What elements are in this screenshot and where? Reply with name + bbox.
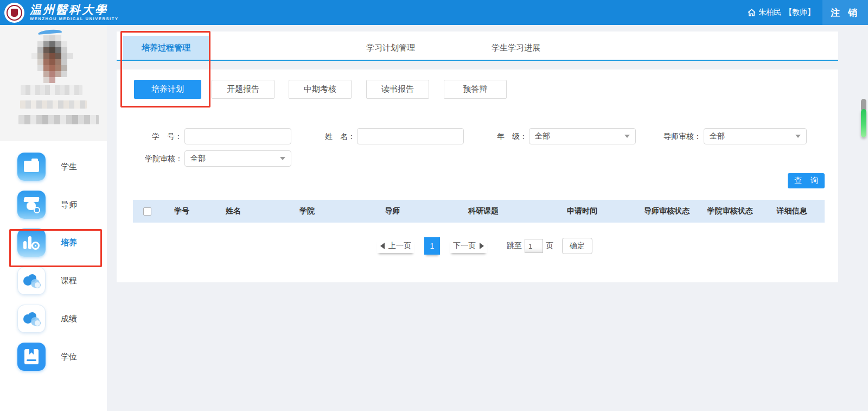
student-id-input[interactable] xyxy=(184,128,291,144)
col-detail-info: 详细信息 xyxy=(759,206,825,216)
student-id-label: 学 号： xyxy=(139,128,182,144)
scrollbar-thumb-green[interactable] xyxy=(861,109,866,137)
next-page-label: 下一页 xyxy=(453,241,476,251)
sidebar-item-label: 培养 xyxy=(61,229,77,257)
grade-label: 年 级： xyxy=(484,128,527,144)
bar-chart-icon xyxy=(17,229,46,257)
college-review-select[interactable]: 全部 xyxy=(184,150,291,167)
avatar-decoration xyxy=(38,29,62,35)
col-apply-time: 申请时间 xyxy=(532,206,633,216)
avatar xyxy=(31,35,73,83)
university-seal-icon xyxy=(4,3,24,23)
sidebar-item-label: 课程 xyxy=(61,267,77,295)
chevron-down-icon xyxy=(795,135,801,138)
col-mentor-review-status: 导师审核状态 xyxy=(633,206,701,216)
sidebar-nav: 学生 导师 培养 课程 成绩 学位 xyxy=(0,141,107,411)
degree-book-icon xyxy=(17,343,46,371)
name-input[interactable] xyxy=(357,128,464,144)
sidebar-item-label: 学位 xyxy=(61,343,77,371)
subnav-cultivation-plan-button[interactable]: 培养计划 xyxy=(134,80,201,99)
col-student-id: 学号 xyxy=(161,206,202,216)
sidebar-item-courses[interactable]: 课程 xyxy=(0,267,107,295)
university-name-en: WENZHOU MEDICAL UNIVERSITY xyxy=(30,16,119,21)
col-college-review-status: 学院审核状态 xyxy=(701,206,759,216)
sidebar-item-label: 成绩 xyxy=(61,305,77,333)
col-mentor: 导师 xyxy=(350,206,435,216)
tab-cultivation-process[interactable]: 培养过程管理 xyxy=(123,36,209,60)
tab-study-plan[interactable]: 学习计划管理 xyxy=(348,36,433,60)
grade-select-value: 全部 xyxy=(535,131,550,141)
next-arrow-icon xyxy=(480,243,484,249)
col-college: 学院 xyxy=(264,206,350,216)
university-logo: 温州醫科大學 WENZHOU MEDICAL UNIVERSITY xyxy=(0,3,119,23)
user-name: 朱柏民 xyxy=(758,8,781,17)
subnav-pre-defense-button[interactable]: 预答辩 xyxy=(444,80,507,99)
censored-user-info-line xyxy=(21,85,82,95)
next-page-button[interactable]: 下一页 xyxy=(450,239,487,253)
college-review-label: 学院审核： xyxy=(145,150,183,167)
search-button[interactable]: 查 询 xyxy=(788,173,825,188)
college-review-select-value: 全部 xyxy=(190,154,206,163)
select-all-checkbox[interactable] xyxy=(143,207,151,216)
university-name-cn: 温州醫科大學 xyxy=(30,4,119,16)
chevron-down-icon xyxy=(624,135,630,138)
sidebar-item-degrees[interactable]: 学位 xyxy=(0,343,107,371)
sidebar-item-label: 导师 xyxy=(61,191,77,219)
pagination: 上一页 1 下一页 跳至 页 确定 xyxy=(377,237,592,255)
main-content-panel: 培养计划 开题报告 中期考核 读书报告 预答辩 学 号： 姓 名： 年 级： 全… xyxy=(117,69,838,282)
subnav-opening-report-button[interactable]: 开题报告 xyxy=(212,80,275,99)
tab-student-progress[interactable]: 学生学习进展 xyxy=(473,36,559,60)
jump-page-input[interactable] xyxy=(525,239,543,253)
jump-to-label: 跳至 xyxy=(507,241,522,251)
current-page-button[interactable]: 1 xyxy=(424,237,440,255)
prev-arrow-icon xyxy=(380,243,385,249)
col-name: 姓名 xyxy=(202,206,264,216)
sidebar-item-label: 学生 xyxy=(61,153,77,181)
cloud-icon xyxy=(17,305,46,333)
sidebar-item-mentors[interactable]: 导师 xyxy=(0,191,107,219)
sidebar-item-cultivation[interactable]: 培养 xyxy=(0,229,107,257)
table-header-row: 学号 姓名 学院 导师 科研课题 申请时间 导师审核状态 学院审核状态 详细信息 xyxy=(133,200,825,223)
cloud-icon xyxy=(17,267,46,295)
app-header: 温州醫科大學 WENZHOU MEDICAL UNIVERSITY 朱柏民 【教… xyxy=(0,0,868,25)
page-unit-label: 页 xyxy=(546,241,553,251)
chevron-down-icon xyxy=(280,157,285,160)
col-research-topic: 科研课题 xyxy=(435,206,532,216)
censored-user-info-line xyxy=(18,115,99,124)
mentor-review-select[interactable]: 全部 xyxy=(704,128,807,144)
mentor-review-label: 导师审核： xyxy=(663,128,701,144)
user-role-badge: 【教师】 xyxy=(784,8,815,17)
sidebar-item-grades[interactable]: 成绩 xyxy=(0,305,107,333)
subnav-midterm-assessment-button[interactable]: 中期考核 xyxy=(289,80,352,99)
name-label: 姓 名： xyxy=(312,128,355,144)
sidebar-profile-panel xyxy=(0,25,107,141)
sidebar-item-students[interactable]: 学生 xyxy=(0,153,107,181)
logout-button[interactable]: 注 销 xyxy=(822,0,868,25)
mentor-review-select-value: 全部 xyxy=(710,131,725,141)
home-icon[interactable] xyxy=(747,8,756,17)
tab-bar: 培养过程管理 学习计划管理 学生学习进展 xyxy=(117,31,838,61)
subnav-reading-report-button[interactable]: 读书报告 xyxy=(366,80,429,99)
mentor-icon xyxy=(17,191,46,219)
prev-page-label: 上一页 xyxy=(388,241,411,251)
prev-page-button[interactable]: 上一页 xyxy=(377,239,414,253)
grade-select[interactable]: 全部 xyxy=(529,128,636,144)
censored-user-info-line xyxy=(20,100,87,109)
confirm-button[interactable]: 确定 xyxy=(562,238,592,254)
folder-icon xyxy=(17,153,46,181)
